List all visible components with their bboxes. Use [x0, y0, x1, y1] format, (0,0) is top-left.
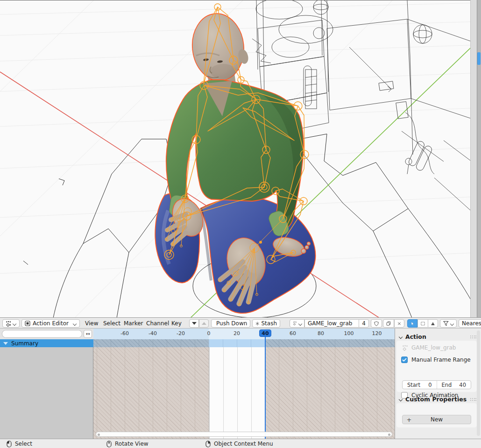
action-panel-body: GAME_low_grab Manual Frame Range Start 0… [396, 341, 477, 392]
warning-tool-button[interactable] [428, 319, 438, 328]
custom-properties-panel-header[interactable]: Custom Properties [399, 396, 467, 403]
mouse-right-icon [205, 441, 211, 448]
layer-down-button[interactable] [189, 319, 199, 328]
expand-channels-button[interactable]: ↔ [84, 330, 92, 338]
stash-label: Stash [261, 320, 277, 327]
shield-icon [374, 321, 379, 327]
mouse-middle-icon [106, 441, 112, 448]
chevron-down-icon [73, 322, 77, 325]
chevron-down-icon [299, 322, 301, 325]
start-frame-field[interactable]: Start 0 [403, 381, 437, 389]
dope-sheet-header: Action Editor View Select Marker Channel… [0, 317, 481, 329]
summary-band-in-range [209, 339, 265, 347]
menu-marker[interactable]: Marker [122, 318, 145, 329]
ruler-tick: 120 [372, 330, 382, 336]
end-frame-field[interactable]: End 40 [437, 381, 471, 389]
menu-view[interactable]: View [83, 318, 100, 329]
fake-user-shield-button[interactable] [371, 319, 382, 328]
box-select-tool-button[interactable] [417, 319, 428, 328]
custom-properties-title: Custom Properties [405, 396, 467, 403]
ruler-tick: -20 [177, 330, 185, 336]
editor-type-dropdown[interactable] [2, 319, 20, 328]
editor-mode-label: Action Editor [33, 320, 69, 327]
ruler-tick: -60 [120, 330, 129, 336]
window-edge-scroll-handle[interactable] [477, 52, 481, 65]
frame-range-background [209, 347, 265, 439]
snowflake-icon [255, 321, 259, 327]
mouse-left-icon [7, 441, 12, 448]
horizontal-scrollbar[interactable] [96, 432, 392, 437]
action-icon [293, 321, 297, 326]
marquee-icon [421, 321, 425, 326]
new-property-button[interactable]: + New [402, 415, 471, 424]
triangle-up-icon [202, 322, 206, 325]
editor-mode-select[interactable]: Action Editor [21, 319, 80, 328]
checkmark-icon [402, 358, 407, 362]
filter-dropdown[interactable] [440, 319, 457, 328]
dope-sheet-sidebar: Action GAME_low_grab Manual Frame Range … [395, 329, 481, 439]
start-frame-value: 0 [428, 382, 431, 388]
layer-up-button-disabled[interactable] [199, 319, 209, 328]
ruler-tick: 0 [207, 330, 211, 336]
linked-action-name: GAME_low_grab [411, 344, 456, 351]
action-panel-header[interactable]: Action [399, 333, 426, 340]
sidebar-scrollbar[interactable] [477, 330, 480, 436]
channel-search-input[interactable] [2, 330, 82, 338]
plus-icon: + [403, 416, 416, 423]
warning-triangle-icon [431, 321, 435, 327]
unlink-action-button[interactable] [394, 319, 404, 328]
action-panel-title: Action [405, 333, 426, 340]
action-icon-disabled [402, 345, 408, 351]
menu-select[interactable]: Select [101, 318, 122, 329]
current-frame-indicator[interactable]: 40 [259, 329, 271, 337]
menu-channel[interactable]: Channel [144, 318, 171, 329]
linked-action-row: GAME_low_grab [402, 344, 456, 351]
action-editor-icon [25, 321, 30, 326]
action-browse-dropdown[interactable] [290, 319, 304, 328]
new-action-copy-button[interactable] [383, 319, 394, 328]
channel-search-row: ↔ [0, 329, 93, 339]
triangle-down-icon [192, 322, 197, 325]
viewport-3d[interactable] [0, 0, 481, 317]
ruler-tick: 100 [344, 330, 354, 336]
ruler-tick: 80 [318, 330, 324, 336]
viewport-side-strip [470, 0, 477, 317]
stash-button[interactable]: Stash [252, 319, 280, 328]
ruler-tick: -40 [149, 330, 157, 336]
chevron-down-icon [451, 322, 453, 325]
status-context-menu-hint: Object Context Menu [205, 439, 273, 448]
action-name-field[interactable]: GAME_low_grab [304, 319, 359, 328]
action-name-value: GAME_low_grab [308, 320, 352, 327]
ruler-tick: 20 [233, 330, 240, 336]
active-tool-cursor-button[interactable] [407, 319, 417, 328]
panel-grip-icon[interactable] [470, 398, 476, 401]
timeline-ruler[interactable]: -60 -40 -20 0 20 60 80 100 120 [93, 329, 395, 339]
push-down-label: Push Down [216, 320, 247, 327]
manual-frame-range-row[interactable]: Manual Frame Range [401, 357, 471, 363]
snap-mode-label: Nearest Frame [462, 320, 481, 327]
channel-summary-row[interactable]: Summary [0, 339, 93, 347]
summary-label: Summary [11, 340, 38, 347]
status-bar: Select Rotate View Object Context Menu [0, 439, 481, 448]
snap-mode-select[interactable]: Nearest Frame [459, 319, 481, 328]
panel-grip-icon[interactable] [470, 335, 476, 339]
custom-properties-panel-body: + New [396, 403, 477, 427]
menu-key[interactable]: Key [170, 318, 184, 329]
cursor-arrow-icon [410, 321, 414, 327]
scrollbar-end-dot [388, 434, 390, 436]
action-users-count[interactable]: 4 [359, 319, 369, 328]
window-edge [477, 0, 481, 317]
push-down-button[interactable]: Push Down [211, 319, 250, 328]
manual-frame-range-label: Manual Frame Range [411, 357, 471, 363]
manual-frame-range-checkbox[interactable] [401, 357, 408, 363]
status-select-hint: Select [7, 439, 32, 448]
chevron-down-icon [399, 335, 403, 339]
duplicate-icon [386, 321, 391, 326]
chevron-down-icon [13, 322, 16, 325]
frame-range-fields: Start 0 End 40 [402, 380, 471, 389]
keyframe-area[interactable]: -60 -40 -20 0 20 60 80 100 120 40 [93, 329, 395, 439]
scrollbar-end-dot [98, 434, 100, 436]
ruler-tick: 60 [290, 330, 296, 336]
playhead-line[interactable] [265, 336, 266, 439]
chevron-down-icon [399, 398, 403, 401]
